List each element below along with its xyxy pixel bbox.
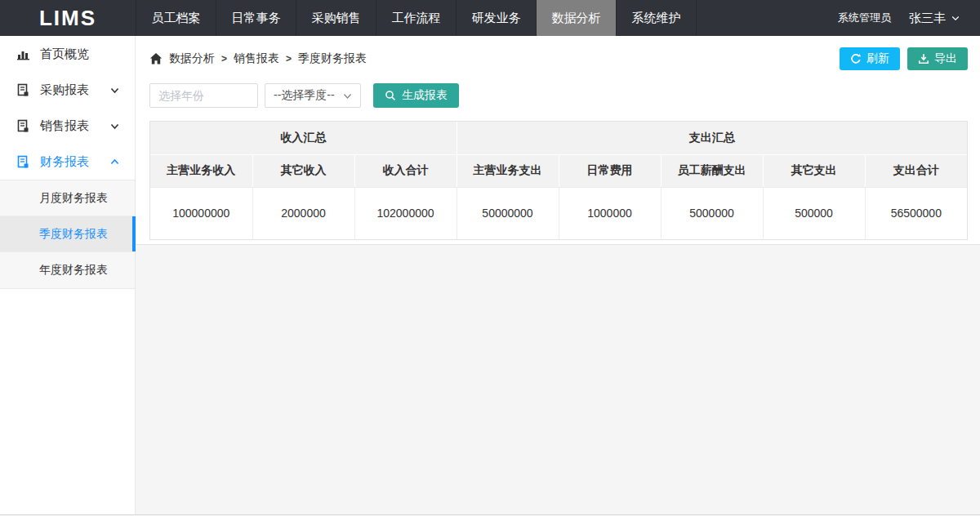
sidebar-item-label: 首页概览 [40, 47, 120, 62]
refresh-button[interactable]: 刷新 [840, 47, 900, 70]
home-icon [149, 52, 163, 65]
table-cell: 50000000 [457, 187, 559, 239]
nav-tab-system-maintenance[interactable]: 系统维护 [617, 0, 697, 36]
table-row: 100000000 2000000 102000000 50000000 100… [150, 187, 967, 239]
nav-tab-purchase-sales[interactable]: 采购销售 [296, 0, 376, 36]
nav-tab-data-analysis[interactable]: 数据分析 [537, 0, 617, 36]
nav-tab-workflow[interactable]: 工作流程 [376, 0, 457, 36]
chevron-down-icon [109, 121, 120, 131]
sidebar-item-label: 采购报表 [40, 82, 100, 98]
file-icon [16, 83, 30, 97]
breadcrumb-item[interactable]: 销售报表 [234, 51, 279, 66]
sidebar-item-label: 销售报表 [40, 118, 100, 134]
table-group-header-row: 收入汇总 支出汇总 [150, 122, 967, 154]
column-header: 其它支出 [763, 154, 865, 187]
sidebar-subitem-yearly-finance[interactable]: 年度财务报表 [0, 252, 135, 288]
column-header: 支出合计 [865, 154, 967, 187]
table-cell: 100000000 [150, 187, 252, 239]
table-cell: 56500000 [865, 187, 967, 239]
table-cell: 2000000 [252, 187, 354, 239]
column-header: 员工薪酬支出 [661, 154, 763, 187]
chevron-down-icon [109, 85, 120, 96]
nav-tab-daily-affairs[interactable]: 日常事务 [216, 0, 296, 36]
column-group-income: 收入汇总 [150, 122, 457, 154]
sidebar-item-label: 财务报表 [40, 154, 100, 170]
finance-reports-submenu: 月度财务报表 季度财务报表 年度财务报表 [0, 180, 135, 289]
table-cell: 500000 [763, 187, 865, 239]
column-header: 日常费用 [559, 154, 661, 187]
chevron-down-icon [951, 13, 960, 23]
column-header: 收入合计 [354, 154, 457, 187]
panel-actions: 刷新 导出 [840, 47, 968, 70]
bar-chart-icon [16, 47, 30, 61]
user-menu[interactable]: 张三丰 [909, 11, 960, 26]
sidebar-subitem-monthly-finance[interactable]: 月度财务报表 [0, 180, 135, 216]
nav-tab-rd-business[interactable]: 研发业务 [457, 0, 537, 36]
main-content: 数据分析 > 销售报表 > 季度财务报表 刷新 导出 [136, 36, 980, 514]
chevron-up-icon [109, 157, 120, 167]
user-area: 系统管理员 张三丰 [838, 0, 980, 36]
column-header: 主营业务支出 [457, 154, 559, 187]
refresh-icon [850, 53, 862, 64]
user-name: 张三丰 [909, 11, 946, 26]
quarter-select[interactable]: --选择季度-- [265, 83, 361, 108]
breadcrumb: 数据分析 > 销售报表 > 季度财务报表 [149, 51, 367, 66]
finance-summary-table: 收入汇总 支出汇总 主营业务收入 其它收入 收入合计 主营业务支出 日常费用 员… [149, 121, 968, 240]
column-header: 主营业务收入 [150, 154, 252, 187]
column-group-expense: 支出汇总 [457, 122, 967, 154]
sidebar: 首页概览 采购报表 销售报表 财务报表 月度财务报表 季度财务报表 年度财务报表 [0, 36, 136, 514]
sidebar-item-home-overview[interactable]: 首页概览 [0, 36, 135, 72]
breadcrumb-separator: > [286, 53, 292, 64]
table-header-row: 主营业务收入 其它收入 收入合计 主营业务支出 日常费用 员工薪酬支出 其它支出… [150, 154, 967, 187]
table-cell: 102000000 [354, 187, 457, 239]
sidebar-item-finance-reports[interactable]: 财务报表 [0, 144, 135, 180]
file-icon [16, 119, 30, 133]
file-icon [16, 155, 30, 169]
user-role-label: 系统管理员 [838, 11, 891, 25]
chevron-down-icon [342, 91, 353, 101]
export-button[interactable]: 导出 [907, 47, 968, 70]
generate-report-button[interactable]: 生成报表 [373, 83, 459, 108]
table-cell: 1000000 [559, 187, 661, 239]
breadcrumb-item[interactable]: 季度财务报表 [298, 51, 367, 66]
nav-tabs: 员工档案 日常事务 采购销售 工作流程 研发业务 数据分析 系统维护 [136, 0, 697, 36]
sidebar-item-sales-reports[interactable]: 销售报表 [0, 108, 135, 144]
sidebar-subitem-quarterly-finance[interactable]: 季度财务报表 [0, 216, 135, 252]
breadcrumb-separator: > [221, 53, 227, 64]
quarter-select-value: --选择季度-- [274, 88, 335, 103]
column-header: 其它收入 [252, 154, 354, 187]
nav-tab-employee-files[interactable]: 员工档案 [136, 0, 216, 36]
app-logo: LIMS [0, 0, 136, 36]
content-panel: 数据分析 > 销售报表 > 季度财务报表 刷新 导出 [136, 36, 980, 245]
top-navigation-bar: LIMS 员工档案 日常事务 采购销售 工作流程 研发业务 数据分析 系统维护 … [0, 0, 980, 36]
year-input[interactable] [149, 83, 258, 108]
breadcrumb-item[interactable]: 数据分析 [169, 51, 215, 66]
download-icon [918, 53, 929, 64]
table-cell: 5000000 [661, 187, 763, 239]
sidebar-item-purchase-reports[interactable]: 采购报表 [0, 72, 135, 108]
search-icon [385, 90, 396, 101]
filter-bar: --选择季度-- 生成报表 [149, 83, 968, 108]
